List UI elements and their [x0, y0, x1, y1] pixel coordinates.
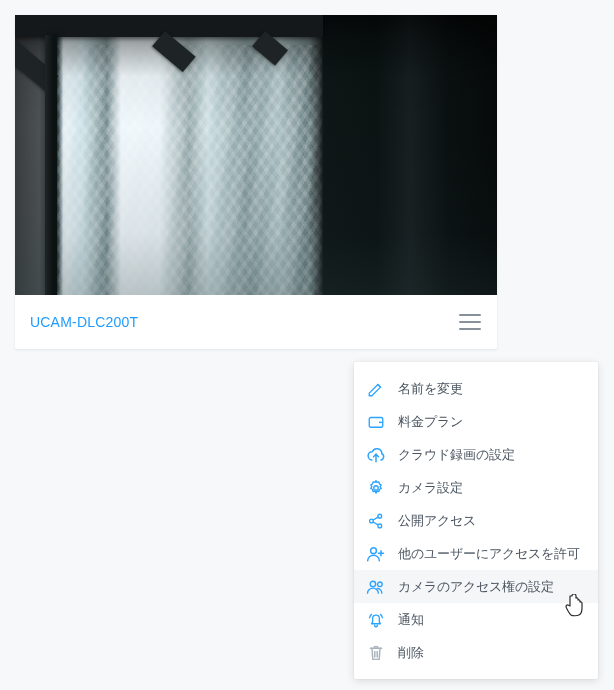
gear-icon — [366, 478, 386, 498]
menu-item-label: 削除 — [398, 644, 424, 662]
camera-card-footer: UCAM-DLC200T — [15, 295, 497, 349]
cloud-upload-icon — [366, 445, 386, 465]
menu-item-label: カメラ設定 — [398, 479, 463, 497]
share-icon — [366, 511, 386, 531]
menu-item-grant-access[interactable]: 他のユーザーにアクセスを許可 — [354, 537, 598, 570]
menu-item-notifications[interactable]: 通知 — [354, 603, 598, 636]
camera-card: UCAM-DLC200T — [15, 15, 497, 349]
context-menu: 名前を変更料金プランクラウド録画の設定カメラ設定公開アクセス他のユーザーにアクセ… — [354, 362, 598, 679]
menu-item-delete[interactable]: 削除 — [354, 636, 598, 669]
users-icon — [366, 577, 386, 597]
menu-item-camera-set[interactable]: カメラ設定 — [354, 471, 598, 504]
trash-icon — [366, 643, 386, 663]
bell-icon — [366, 610, 386, 630]
menu-item-label: 公開アクセス — [398, 512, 476, 530]
svg-point-8 — [378, 582, 383, 587]
camera-preview[interactable] — [15, 15, 497, 295]
menu-item-label: カメラのアクセス権の設定 — [398, 578, 554, 596]
wallet-icon — [366, 412, 386, 432]
menu-item-public-access[interactable]: 公開アクセス — [354, 504, 598, 537]
menu-item-label: 名前を変更 — [398, 380, 463, 398]
hamburger-icon — [459, 314, 481, 316]
menu-item-label: 他のユーザーにアクセスを許可 — [398, 545, 580, 563]
svg-point-6 — [371, 547, 377, 553]
svg-point-1 — [379, 421, 381, 423]
svg-point-2 — [374, 485, 379, 490]
menu-item-pricing[interactable]: 料金プラン — [354, 405, 598, 438]
menu-item-label: 料金プラン — [398, 413, 463, 431]
camera-name-link[interactable]: UCAM-DLC200T — [30, 314, 138, 330]
user-plus-icon — [366, 544, 386, 564]
menu-item-access-rights[interactable]: カメラのアクセス権の設定 — [354, 570, 598, 603]
menu-item-rename[interactable]: 名前を変更 — [354, 372, 598, 405]
menu-item-label: 通知 — [398, 611, 424, 629]
menu-item-cloud-rec[interactable]: クラウド録画の設定 — [354, 438, 598, 471]
menu-item-label: クラウド録画の設定 — [398, 446, 515, 464]
pencil-icon — [366, 379, 386, 399]
menu-button[interactable] — [459, 312, 481, 332]
svg-point-7 — [370, 581, 375, 586]
